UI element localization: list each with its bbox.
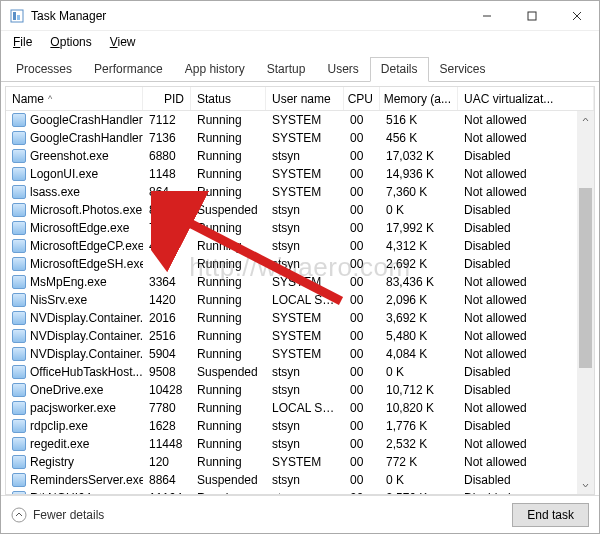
cell-uac: Disabled	[458, 473, 594, 487]
end-task-button[interactable]: End task	[512, 503, 589, 527]
cell-memory: 456 K	[380, 131, 458, 145]
cell-memory: 10,820 K	[380, 401, 458, 415]
table-row[interactable]: NVDisplay.Container...5904RunningSYSTEM0…	[6, 345, 594, 363]
tab-app-history[interactable]: App history	[174, 57, 256, 82]
table-row[interactable]: Registry120RunningSYSTEM00772 KNot allow…	[6, 453, 594, 471]
tab-performance[interactable]: Performance	[83, 57, 174, 82]
cell-uac: Not allowed	[458, 131, 594, 145]
table-row[interactable]: pacjsworker.exe7780RunningLOCAL SE...001…	[6, 399, 594, 417]
cell-uac: Not allowed	[458, 185, 594, 199]
minimize-button[interactable]	[464, 1, 509, 30]
col-header-uac[interactable]: UAC virtualizat...	[458, 87, 594, 110]
process-icon	[12, 221, 26, 235]
cell-memory: 0 K	[380, 203, 458, 217]
cell-pid: 6880	[143, 149, 191, 163]
table-row[interactable]: NVDisplay.Container...2016RunningSYSTEM0…	[6, 309, 594, 327]
table-row[interactable]: rdpclip.exe1628Runningstsyn001,776 KDisa…	[6, 417, 594, 435]
col-header-status[interactable]: Status	[191, 87, 266, 110]
table-row[interactable]: MicrosoftEdgeCP.exe4504Runningstsyn004,3…	[6, 237, 594, 255]
cell-cpu: 00	[344, 455, 380, 469]
scroll-up-button[interactable]	[577, 111, 594, 128]
table-row[interactable]: GoogleCrashHandler...7112RunningSYSTEM00…	[6, 111, 594, 129]
col-header-cpu[interactable]: CPU	[344, 87, 380, 110]
scroll-down-button[interactable]	[577, 477, 594, 494]
cell-memory: 2,576 K	[380, 491, 458, 495]
table-row[interactable]: MsMpEng.exe3364RunningSYSTEM0083,436 KNo…	[6, 273, 594, 291]
tab-processes[interactable]: Processes	[5, 57, 83, 82]
tab-services[interactable]: Services	[429, 57, 497, 82]
table-rows: GoogleCrashHandler...7112RunningSYSTEM00…	[6, 111, 594, 495]
process-icon	[12, 455, 26, 469]
process-icon	[12, 275, 26, 289]
col-header-name[interactable]: Name^	[6, 87, 143, 110]
table-row[interactable]: Greenshot.exe6880Runningstsyn0017,032 KD…	[6, 147, 594, 165]
table-row[interactable]: RtkNGUI64.exe11164Runningstsyn002,576 KD…	[6, 489, 594, 495]
cell-pid: 8488	[143, 203, 191, 217]
cell-status: Running	[191, 257, 266, 271]
menu-options[interactable]: Options	[42, 33, 99, 51]
cell-uac: Not allowed	[458, 437, 594, 451]
cell-name: RtkNGUI64.exe	[30, 491, 114, 495]
scroll-thumb[interactable]	[579, 188, 592, 368]
cell-name: NVDisplay.Container...	[30, 347, 143, 361]
table-row[interactable]: NisSrv.exe1420RunningLOCAL SE...002,096 …	[6, 291, 594, 309]
cell-memory: 5,480 K	[380, 329, 458, 343]
maximize-button[interactable]	[509, 1, 554, 30]
col-header-name-label: Name	[12, 92, 44, 106]
process-table: Name^ PID Status User name CPU Memory (a…	[5, 86, 595, 495]
process-icon	[12, 203, 26, 217]
cell-uac: Not allowed	[458, 401, 594, 415]
tab-details[interactable]: Details	[370, 57, 429, 82]
cell-memory: 2,096 K	[380, 293, 458, 307]
cell-memory: 2,692 K	[380, 257, 458, 271]
table-row[interactable]: RemindersServer.exe8864Suspendedstsyn000…	[6, 471, 594, 489]
col-header-memory[interactable]: Memory (a...	[380, 87, 458, 110]
col-header-user[interactable]: User name	[266, 87, 344, 110]
cell-pid: 2516	[143, 329, 191, 343]
cell-status: Running	[191, 293, 266, 307]
cell-uac: Disabled	[458, 149, 594, 163]
cell-user: stsyn	[266, 419, 344, 433]
process-icon	[12, 491, 26, 495]
vertical-scrollbar[interactable]	[577, 111, 594, 494]
cell-cpu: 00	[344, 203, 380, 217]
menu-file[interactable]: File	[5, 33, 40, 51]
process-icon	[12, 419, 26, 433]
cell-memory: 2,532 K	[380, 437, 458, 451]
table-row[interactable]: MicrosoftEdge.exe7556Runningstsyn0017,99…	[6, 219, 594, 237]
cell-uac: Not allowed	[458, 275, 594, 289]
table-row[interactable]: NVDisplay.Container...2516RunningSYSTEM0…	[6, 327, 594, 345]
process-icon	[12, 383, 26, 397]
cell-cpu: 00	[344, 419, 380, 433]
cell-memory: 4,312 K	[380, 239, 458, 253]
table-row[interactable]: regedit.exe11448Runningstsyn002,532 KNot…	[6, 435, 594, 453]
col-header-pid[interactable]: PID	[143, 87, 191, 110]
table-row[interactable]: lsass.exe864RunningSYSTEM007,360 KNot al…	[6, 183, 594, 201]
close-button[interactable]	[554, 1, 599, 30]
scroll-track[interactable]	[577, 128, 594, 477]
process-icon	[12, 113, 26, 127]
table-row[interactable]: OneDrive.exe10428Runningstsyn0010,712 KD…	[6, 381, 594, 399]
task-manager-window: Task Manager File Options View Processes…	[0, 0, 600, 534]
table-row[interactable]: Microsoft.Photos.exe8488Suspendedstsyn00…	[6, 201, 594, 219]
process-icon	[12, 185, 26, 199]
fewer-details-toggle[interactable]: Fewer details	[11, 507, 104, 523]
cell-uac: Not allowed	[458, 455, 594, 469]
menu-view[interactable]: View	[102, 33, 144, 51]
table-row[interactable]: GoogleCrashHandler...7136RunningSYSTEM00…	[6, 129, 594, 147]
table-row[interactable]: OfficeHubTaskHost....9508Suspendedstsyn0…	[6, 363, 594, 381]
tab-startup[interactable]: Startup	[256, 57, 317, 82]
tab-users[interactable]: Users	[316, 57, 369, 82]
cell-user: SYSTEM	[266, 167, 344, 181]
cell-name: MsMpEng.exe	[30, 275, 107, 289]
cell-status: Running	[191, 329, 266, 343]
cell-status: Running	[191, 437, 266, 451]
table-row[interactable]: LogonUI.exe1148RunningSYSTEM0014,936 KNo…	[6, 165, 594, 183]
process-icon	[12, 311, 26, 325]
cell-status: Running	[191, 239, 266, 253]
cell-pid: 120	[143, 455, 191, 469]
cell-pid: 7136	[143, 131, 191, 145]
table-row[interactable]: MicrosoftEdgeSH.exeRunningstsyn002,692 K…	[6, 255, 594, 273]
cell-user: stsyn	[266, 149, 344, 163]
cell-status: Running	[191, 383, 266, 397]
